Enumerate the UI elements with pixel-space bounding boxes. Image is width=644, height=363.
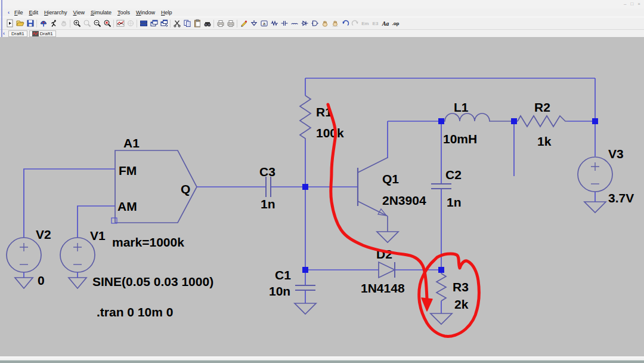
schematic-svg[interactable]: A1 FM AM Q mark=1000k V2 V1 0 SINE(0.05 … xyxy=(0,37,644,356)
paste-icon[interactable] xyxy=(192,19,202,29)
r1-value[interactable]: 100k xyxy=(316,126,344,140)
q1-value[interactable]: 2N3904 xyxy=(382,193,426,207)
maximize-icon[interactable]: □ xyxy=(630,1,633,7)
open-icon[interactable] xyxy=(15,19,25,29)
c3-value[interactable]: 1n xyxy=(261,197,275,211)
capacitor-icon[interactable] xyxy=(279,19,289,29)
component-v1[interactable] xyxy=(60,238,95,288)
datacursor-icon[interactable] xyxy=(125,19,135,29)
text-icon[interactable]: Aa xyxy=(380,19,391,29)
undo-icon[interactable] xyxy=(340,19,350,29)
spice-directive-icon[interactable]: .op xyxy=(391,19,401,29)
v2-value[interactable]: 0 xyxy=(38,273,45,287)
rotate-glyph: E3 xyxy=(373,21,379,26)
r2-ref[interactable]: R2 xyxy=(534,100,550,114)
print-icon[interactable] xyxy=(215,19,225,29)
component-v2[interactable] xyxy=(7,238,41,288)
zoom-area-icon[interactable] xyxy=(72,19,82,29)
component-r1[interactable] xyxy=(300,96,311,140)
component-l1[interactable] xyxy=(441,113,514,121)
tran-directive[interactable]: .tran 0 10m 0 xyxy=(97,305,173,319)
a1-pin-fm[interactable]: FM xyxy=(119,164,137,177)
control-panel-icon[interactable] xyxy=(38,19,48,29)
menu-simulate[interactable]: Simulate xyxy=(88,10,114,16)
save-icon[interactable] xyxy=(25,19,35,29)
a1-value[interactable]: mark=1000k xyxy=(112,235,184,249)
c1-ref[interactable]: C1 xyxy=(275,268,291,282)
a1-ref[interactable]: A1 xyxy=(123,136,140,150)
tab-schematic-draft1[interactable]: Draft1 xyxy=(8,30,27,37)
c2-value[interactable]: 1n xyxy=(447,195,462,209)
zoom-out-icon[interactable] xyxy=(92,19,102,29)
mirror-icon[interactable]: Em xyxy=(360,19,370,29)
component-v3[interactable] xyxy=(578,157,612,213)
tab-waveform-draft1[interactable]: Draft1 xyxy=(29,30,56,37)
component-c2[interactable] xyxy=(431,184,451,189)
a1-pin-am[interactable]: AM xyxy=(117,199,137,213)
cut-icon[interactable] xyxy=(172,19,182,29)
ground-symbol xyxy=(584,202,606,213)
r3-value[interactable]: 2k xyxy=(454,297,469,311)
component-r3[interactable] xyxy=(431,273,452,324)
v3-ref[interactable]: V3 xyxy=(608,147,624,161)
q1-ref[interactable]: Q1 xyxy=(382,172,399,186)
tile-windows-icon[interactable] xyxy=(138,19,148,29)
rotate-icon[interactable]: E3 xyxy=(370,19,380,29)
v1-value[interactable]: SINE(0.05 0.03 1000) xyxy=(92,275,213,288)
new-schematic-icon[interactable] xyxy=(5,19,15,29)
menu-hierarchy[interactable]: Hierarchy xyxy=(41,10,70,16)
run-icon[interactable] xyxy=(48,19,58,29)
c3-ref[interactable]: C3 xyxy=(259,165,275,179)
menu-help[interactable]: Help xyxy=(158,10,175,16)
menu-window[interactable]: Window xyxy=(133,10,158,16)
r3-ref[interactable]: R3 xyxy=(453,280,469,294)
toolbar: a Em E3 Aa .op xyxy=(0,17,644,30)
v1-ref[interactable]: V1 xyxy=(90,229,106,242)
menu-file[interactable]: File xyxy=(11,10,26,16)
window-left-edge xyxy=(1,0,2,37)
menu-view[interactable]: View xyxy=(70,10,88,16)
component-r2[interactable] xyxy=(518,116,568,127)
menu-tools[interactable]: Tools xyxy=(114,10,133,16)
l1-ref[interactable]: L1 xyxy=(454,100,469,114)
find-icon[interactable] xyxy=(202,19,212,29)
ground-icon[interactable] xyxy=(249,19,259,29)
l1-value[interactable]: 10mH xyxy=(443,132,477,146)
resistor-icon[interactable] xyxy=(269,19,279,29)
schematic-canvas[interactable]: A1 FM AM Q mark=1000k V2 V1 0 SINE(0.05 … xyxy=(0,37,644,356)
copy-icon[interactable] xyxy=(182,19,192,29)
diode-icon[interactable] xyxy=(299,19,309,29)
label-net-icon[interactable]: a xyxy=(259,19,269,29)
c2-ref[interactable]: C2 xyxy=(445,168,462,182)
drag-icon[interactable] xyxy=(330,19,340,29)
halt-icon[interactable] xyxy=(58,19,69,29)
component-icon[interactable] xyxy=(309,19,320,29)
c1-value[interactable]: 10n xyxy=(269,284,290,298)
autorange-icon[interactable] xyxy=(115,19,125,29)
redo-icon[interactable] xyxy=(350,19,360,29)
menu-edit[interactable]: Edit xyxy=(26,10,42,16)
wire-icon[interactable] xyxy=(239,19,249,29)
zoom-extents-icon[interactable] xyxy=(102,19,112,29)
zoom-back-icon[interactable] xyxy=(82,19,92,29)
move-icon[interactable] xyxy=(320,19,330,29)
ground-symbol xyxy=(295,303,316,314)
d2-value[interactable]: 1N4148 xyxy=(361,281,405,295)
menu-overflow-icon[interactable]: ‹ xyxy=(6,10,11,16)
component-c3[interactable] xyxy=(266,177,271,197)
label-net-glyph: a xyxy=(262,21,265,26)
inductor-icon[interactable] xyxy=(289,19,299,29)
cascade-windows-icon[interactable] xyxy=(148,19,159,29)
close-icon[interactable]: × xyxy=(637,1,640,7)
red-arrowhead xyxy=(422,298,432,311)
spice-directive-glyph: .op xyxy=(392,21,400,26)
component-d2[interactable] xyxy=(379,262,395,278)
v3-value[interactable]: 3.7V xyxy=(608,191,634,205)
minimize-icon[interactable]: – xyxy=(624,1,626,7)
emitter-arrow xyxy=(378,209,386,216)
arrange-windows-icon[interactable] xyxy=(159,19,169,29)
v2-ref[interactable]: V2 xyxy=(36,227,51,241)
r2-value[interactable]: 1k xyxy=(537,134,552,148)
a1-pin-q[interactable]: Q xyxy=(181,182,190,196)
print-preview-icon[interactable] xyxy=(225,19,236,29)
